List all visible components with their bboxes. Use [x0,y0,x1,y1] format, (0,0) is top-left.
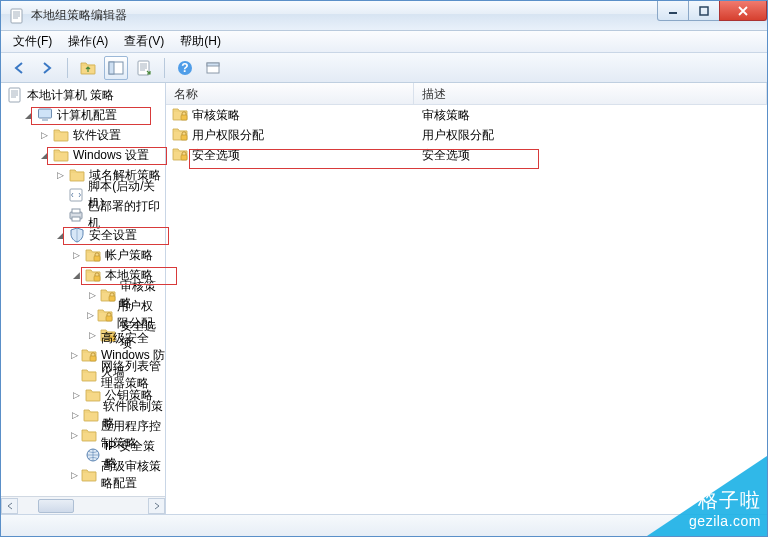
folder-icon [81,467,97,483]
list-row[interactable]: 安全选项 安全选项 [166,145,767,165]
folder-icon [81,427,97,443]
list-header: 名称 描述 [166,83,767,105]
folder-icon [85,387,101,403]
window-controls [658,1,767,21]
folder-lock-icon [172,126,188,145]
up-button[interactable] [76,56,100,80]
svg-rect-9 [700,7,708,15]
expand-icon[interactable]: ▷ [39,130,50,141]
expand-icon[interactable]: ▷ [87,330,97,341]
svg-text:?: ? [181,61,188,75]
column-description[interactable]: 描述 [414,83,767,104]
window-title: 本地组策略编辑器 [31,7,127,24]
svg-rect-15 [207,63,219,66]
list-row[interactable]: 用户权限分配 用户权限分配 [166,125,767,145]
tree-network-list[interactable]: ▷网络列表管理器策略 [1,365,165,385]
expand-icon[interactable]: ▷ [71,250,82,261]
doc-icon [7,87,23,103]
cell-desc: 审核策略 [414,107,767,124]
column-name[interactable]: 名称 [166,83,414,104]
folder-lock-icon [172,106,188,125]
show-hide-tree-button[interactable] [104,56,128,80]
cell-name: 审核策略 [192,107,240,124]
list-row[interactable]: 审核策略 审核策略 [166,105,767,125]
tree-security-settings[interactable]: ◢安全设置 [1,225,165,245]
tree-pane: 本地计算机 策略 ◢计算机配置 ▷软件设置 ◢Windows 设置 ▷域名解析策… [1,83,166,514]
folder-lock-icon [85,247,101,263]
computer-icon [37,107,53,123]
maximize-button[interactable] [688,1,720,21]
forward-button[interactable] [35,56,59,80]
export-list-button[interactable] [132,56,156,80]
tree-windows-settings[interactable]: ◢Windows 设置 [1,145,165,165]
expand-icon[interactable]: ▷ [71,390,82,401]
collapse-icon[interactable]: ◢ [39,150,50,161]
scroll-right-icon[interactable] [148,498,165,514]
close-button[interactable] [719,1,767,21]
menubar: 文件(F) 操作(A) 查看(V) 帮助(H) [1,31,767,53]
collapse-icon[interactable]: ◢ [55,230,66,241]
tree-root[interactable]: 本地计算机 策略 [1,85,165,105]
net-icon [85,447,101,463]
svg-rect-11 [109,62,114,74]
expand-icon[interactable]: ▷ [87,310,94,321]
titlebar: 本地组策略编辑器 [1,1,767,31]
expand-icon[interactable]: ▷ [71,350,78,361]
menu-view[interactable]: 查看(V) [116,31,172,52]
body: 本地计算机 策略 ◢计算机配置 ▷软件设置 ◢Windows 设置 ▷域名解析策… [1,83,767,514]
toolbar-separator [67,58,68,78]
folder-lock-icon [97,307,113,323]
tree-horizontal-scrollbar[interactable] [1,496,165,514]
script-icon [68,187,84,203]
menu-file[interactable]: 文件(F) [5,31,60,52]
folder-lock-icon [100,287,116,303]
minimize-button[interactable] [657,1,689,21]
menu-help[interactable]: 帮助(H) [172,31,229,52]
list-pane: 名称 描述 审核策略 审核策略 用户权限分配 用户权限分配 安全选项 安全选项 [166,83,767,514]
folder-lock-icon [85,267,101,283]
tree-computer-config[interactable]: ◢计算机配置 [1,105,165,125]
app-icon [9,8,25,24]
properties-button[interactable] [201,56,225,80]
cell-desc: 用户权限分配 [414,127,767,144]
collapse-icon[interactable]: ◢ [23,110,34,121]
folder-lock-icon [172,146,188,165]
tree-advanced-audit[interactable]: ▷高级审核策略配置 [1,465,165,485]
expand-icon[interactable]: ▷ [55,170,66,181]
shield-icon [69,227,85,243]
tree-account-policies[interactable]: ▷帐户策略 [1,245,165,265]
list-body[interactable]: 审核策略 审核策略 用户权限分配 用户权限分配 安全选项 安全选项 [166,105,767,514]
toolbar-separator [164,58,165,78]
expand-icon[interactable]: ▷ [87,290,97,301]
folder-lock-icon [81,347,97,363]
printer-icon [68,207,84,223]
scroll-left-icon[interactable] [1,498,18,514]
tree-software-settings[interactable]: ▷软件设置 [1,125,165,145]
folder-icon [53,147,69,163]
statusbar [1,514,767,536]
folder-icon [83,407,99,423]
expand-icon[interactable]: ▷ [71,410,80,421]
tree-scroll[interactable]: 本地计算机 策略 ◢计算机配置 ▷软件设置 ◢Windows 设置 ▷域名解析策… [1,83,165,496]
expand-icon[interactable]: ▷ [71,470,78,481]
tree-deployed-printers[interactable]: ▷已部署的打印机 [1,205,165,225]
cell-desc: 安全选项 [414,147,767,164]
cell-name: 安全选项 [192,147,240,164]
main-window: 本地组策略编辑器 文件(F) 操作(A) 查看(V) 帮助(H) ? 本地计算机… [0,0,768,537]
cell-name: 用户权限分配 [192,127,264,144]
scroll-thumb[interactable] [38,499,74,513]
toolbar: ? [1,53,767,83]
help-button[interactable]: ? [173,56,197,80]
folder-icon [69,167,85,183]
folder-icon [81,367,97,383]
folder-icon [53,127,69,143]
expand-icon[interactable]: ▷ [71,430,78,441]
back-button[interactable] [7,56,31,80]
collapse-icon[interactable]: ◢ [71,270,82,281]
menu-action[interactable]: 操作(A) [60,31,116,52]
